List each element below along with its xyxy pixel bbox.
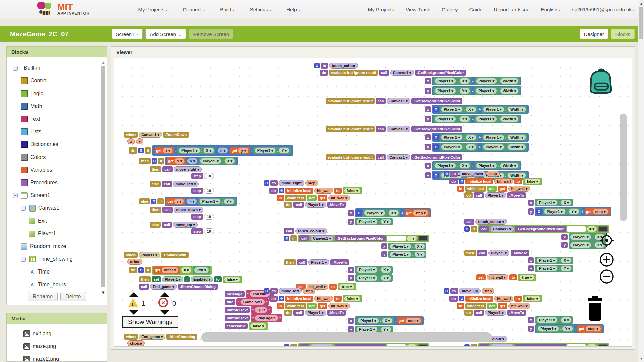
block-field[interactable]: step ▾ [405,318,421,324]
mutator-gear-icon[interactable]: ⚙ [138,148,144,153]
center-blocks-icon[interactable] [598,232,615,249]
menu-settings[interactable]: Settings ▾ [250,7,271,12]
link-guide[interactable]: Guide [469,7,483,12]
mutator-gear-icon[interactable]: ⚙ [356,210,362,216]
block-field[interactable]: X ▾ [561,317,572,323]
tree-item-canvas1[interactable]: −Canvas1 [7,204,107,212]
block-field[interactable]: Player1 ▾ [356,267,378,273]
block-field[interactable]: Game over [240,299,265,305]
mutator-gear-icon[interactable]: ⚙ [279,188,284,193]
block-field[interactable]: X ▾ [561,200,572,206]
block-field[interactable]: hit_wall ▾ [328,303,350,309]
block-field[interactable]: hit_wall ▾ [328,195,350,201]
blocks-canvas[interactable]: ! 1 ✕ 0 Show Warnings ⚙totouch_colourdoe… [114,58,632,347]
collapse-icon[interactable]: − [21,257,26,262]
mutator-gear-icon[interactable]: ⚙ [433,144,439,150]
error-icon[interactable]: ✕ [158,298,168,307]
collapse-down-icon[interactable] [129,310,138,315]
block-field[interactable]: Player1 ▾ [435,88,456,94]
block-field[interactable]: Player1 ▾ [305,202,326,208]
block-field[interactable]: Player1 ▾ [162,276,183,282]
delete-button[interactable]: Delete [60,292,86,301]
block-field[interactable]: Player1 ▾ [536,265,558,272]
mutator-gear-icon[interactable]: ⚙ [444,171,449,176]
block-field[interactable]: y [136,138,143,144]
block-field[interactable]: Width ▾ [500,163,519,169]
block-field[interactable]: Player1 ▾ [179,147,200,154]
block-field[interactable]: move_down [459,171,486,177]
block-field[interactable]: other [127,259,142,265]
block-field[interactable]: touch_colour ▾ [295,228,327,234]
block-field[interactable]: Player1 ▾ [441,144,463,150]
block-field[interactable]: false ▾ [344,188,361,194]
block-field[interactable]: Player1 ▾ [485,192,506,198]
block-field[interactable]: Player1 ▾ [390,251,411,257]
block-field[interactable]: Player1 ▾ [485,310,506,316]
canvas-horizontal-scrollbar[interactable] [201,332,492,342]
menu-help[interactable]: Help ▾ [286,7,300,12]
tree-scroll-up-icon[interactable]: ▲ [101,60,105,65]
block-field[interactable]: Player1 ▾ [255,147,276,154]
number-field[interactable]: 10 [204,173,214,179]
block-field[interactable]: Player1 ▾ [435,78,456,84]
tree-scrollbar[interactable] [101,66,105,287]
block-field[interactable]: Width ▾ [507,144,526,150]
block-field[interactable]: Y ▾ [459,88,470,94]
add-screen-button[interactable]: Add Screen ... [145,29,186,39]
block-field[interactable]: Y ▾ [381,275,391,281]
block-field[interactable]: Canvas1 ▾ [310,344,334,347]
block-field[interactable]: false ▾ [524,178,541,184]
mutator-gear-icon[interactable]: ⚙ [464,226,470,232]
block-field[interactable]: Canvas1 ▾ [390,70,414,76]
blocks-toggle-button[interactable]: Blocks [611,29,635,39]
show-warnings-button[interactable]: Show Warnings [122,316,178,328]
tree-item-time_hours[interactable]: Time_hours [7,281,107,289]
screen-selector-button[interactable]: Screen1▾ [112,29,143,39]
block-field[interactable]: Y ▾ [279,147,289,154]
block-field[interactable]: Player1 ▾ [199,198,221,204]
block-field[interactable]: Player1 ▾ [476,163,497,169]
media-file-exit.png[interactable]: exit.png [23,329,107,338]
tree-item-exit[interactable]: Exit [7,217,107,225]
tree-item-player1[interactable]: Player1 [7,230,107,238]
block-field[interactable]: Width ▾ [500,116,519,122]
link-my-projects[interactable]: My Projects [368,7,394,12]
language-menu[interactable]: English ▾ [541,7,560,12]
move-down-def[interactable]: ⚙tomove_downstepdo⚙initialize localhit_w… [444,170,611,281]
canvas-vertical-scrollbar[interactable] [620,114,627,221]
block-field[interactable]: Player1 ▾ [476,116,497,122]
number-field[interactable]: 10 [204,214,214,220]
collapse-up-icon[interactable] [160,292,169,297]
block-field[interactable]: other ▾ [161,267,179,273]
mutator-gear-icon[interactable]: ⚙ [459,179,464,184]
link-gallery[interactable]: Gallery [442,7,458,12]
tree-item-control[interactable]: Control [7,77,107,85]
link-report-an-issue[interactable]: Report an Issue [494,7,530,12]
tree-item-logic[interactable]: Logic [7,89,107,98]
block-field[interactable]: hit_wall [494,296,513,302]
mutator-gear-icon[interactable]: ⚙ [433,107,439,112]
block-field[interactable]: hit_wall ▾ [508,303,530,309]
block-field[interactable]: false ▾ [224,276,241,282]
number-field[interactable]: 10 [204,188,214,194]
tree-item-text[interactable]: Text [7,115,107,123]
mutator-gear-icon[interactable]: ⚙ [264,288,269,294]
block-field[interactable]: y ▾ [174,198,184,204]
media-file-maze2.png[interactable]: maze2.png [23,355,107,362]
collapse-down-icon[interactable] [160,310,169,315]
mutator-gear-icon[interactable]: ⚙ [264,180,269,186]
block-field[interactable]: hit_wall ▾ [508,186,530,192]
menu-build[interactable]: Build ▾ [220,7,234,12]
block-field[interactable]: Player1 ▾ [536,317,558,323]
backpack-icon[interactable] [586,67,617,98]
block-field[interactable]: Canvas1 ▾ [387,98,410,104]
touch-colour-def[interactable]: ⚙totouch_colourdoevaluate but ignore res… [314,62,529,180]
block-field[interactable]: Player1 ▾ [200,158,221,164]
number-field[interactable]: 10 [204,228,214,234]
mutator-gear-icon[interactable]: ⚙ [433,135,439,140]
tree-item-dictionaries[interactable]: Dictionaries [7,140,107,148]
block-field[interactable]: hit_wall [314,296,333,302]
block-field[interactable]: Player1 ▾ [476,78,497,84]
block-field[interactable]: X ▾ [381,267,391,273]
block-field[interactable]: Canvas1 ▾ [387,126,410,132]
